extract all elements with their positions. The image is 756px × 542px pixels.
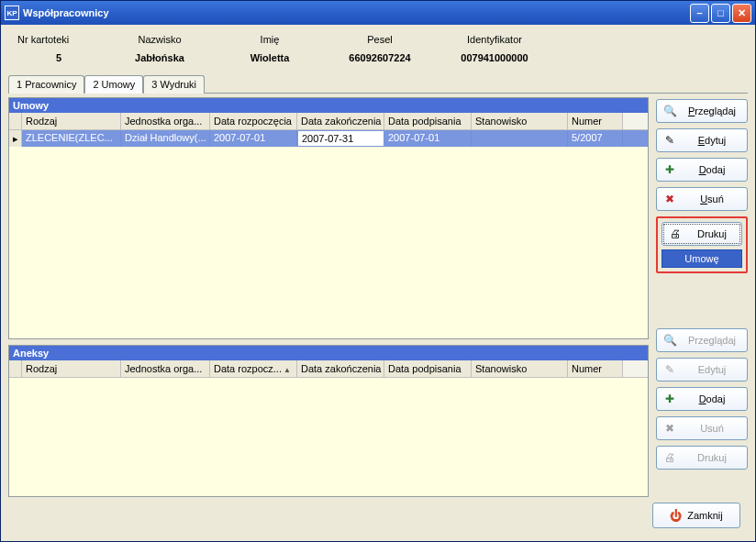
sort-asc-icon: ▲ [284, 366, 291, 374]
tab-umowy[interactable]: 2 Umowy [84, 75, 143, 94]
col-rodzaj[interactable]: Rodzaj [22, 360, 121, 377]
aneksy-przegladaj-button[interactable]: 🔍 Przeglądaj [656, 328, 748, 352]
usun-button[interactable]: ✖ Usuń [656, 187, 748, 211]
aneksy-grid: Aneksy Rodzaj Jednostka orga... Data roz… [8, 345, 649, 497]
cell-jednostka: Dział Handlowy(... [121, 130, 210, 147]
aneksy-title: Aneksy [9, 346, 648, 360]
col-data-podpisania[interactable]: Data podpisania [384, 360, 472, 377]
row-indicator-header [9, 360, 22, 377]
record-header: Nr kartoteki 5 Nazwisko Jabłońska Imię W… [8, 30, 748, 72]
power-icon: ⏻ [670, 509, 682, 523]
edit-icon: ✎ [662, 133, 677, 148]
label-pesel: Pesel [329, 34, 430, 45]
cell-stanowisko [472, 130, 568, 147]
zamknij-button[interactable]: ⏻ Zamknij [652, 503, 740, 528]
col-data-zakonczenia[interactable]: Data zakończenia [297, 113, 384, 129]
delete-icon: ✖ [662, 192, 677, 206]
drukuj-umowe-button[interactable]: Umowę [662, 249, 742, 268]
umowy-buttons: 🔍 Przeglądaj ✎ Edytuj ✚ Dodaj ✖ Usuń [656, 97, 748, 497]
col-stanowisko[interactable]: Stanowisko [472, 113, 568, 129]
label-nazwisko: Nazwisko [109, 34, 210, 45]
aneksy-header-row: Rodzaj Jednostka orga... Data rozpocz...… [9, 360, 648, 378]
print-icon: 🖨 [668, 227, 683, 241]
col-data-podpisania[interactable]: Data podpisania [384, 113, 472, 129]
close-window-button[interactable]: ✕ [732, 4, 751, 23]
col-jednostka[interactable]: Jednostka orga... [121, 113, 210, 129]
label-imie: Imię [219, 34, 320, 45]
umowy-header-row: Rodzaj Jednostka orga... Data rozpoczęci… [9, 113, 648, 130]
value-identyfikator: 007941000000 [439, 52, 550, 63]
aneksy-body[interactable] [9, 378, 648, 496]
footer: ⏻ Zamknij [8, 497, 748, 536]
umowy-title: Umowy [9, 98, 648, 113]
main-window: KP Współpracownicy – □ ✕ Nr kartoteki 5 … [0, 0, 756, 542]
tab-wydruki[interactable]: 3 Wydruki [143, 75, 205, 94]
add-icon: ✚ [662, 392, 677, 406]
main-area: Umowy Rodzaj Jednostka orga... Data rozp… [8, 94, 748, 497]
drukuj-button[interactable]: 🖨 Drukuj [662, 222, 742, 246]
row-indicator-icon: ▸ [9, 130, 22, 147]
value-nazwisko: Jabłońska [109, 52, 210, 63]
titlebar: KP Współpracownicy – □ ✕ [1, 1, 755, 25]
table-row[interactable]: ▸ ZLECENIE(ZLEC... Dział Handlowy(... 20… [9, 130, 648, 147]
cell-rodzaj: ZLECENIE(ZLEC... [22, 130, 121, 147]
umowy-grid: Umowy Rodzaj Jednostka orga... Data rozp… [8, 97, 649, 339]
edytuj-button[interactable]: ✎ Edytuj [656, 128, 748, 152]
edit-icon: ✎ [662, 362, 677, 377]
spacer [656, 279, 748, 323]
window-controls: – □ ✕ [690, 4, 751, 23]
value-pesel: 66092607224 [329, 52, 430, 63]
przegladaj-button[interactable]: 🔍 Przeglądaj [656, 99, 748, 123]
view-icon: 🔍 [662, 333, 677, 348]
col-data-rozpoczecia[interactable]: Data rozpocz...▲ [210, 360, 297, 377]
content-area: Nr kartoteki 5 Nazwisko Jabłońska Imię W… [1, 25, 755, 541]
label-nr-kartoteki: Nr kartoteki [17, 34, 100, 45]
cell-data-rozpoczecia: 2007-07-01 [210, 130, 297, 147]
value-nr-kartoteki: 5 [17, 52, 100, 63]
aneksy-edytuj-button[interactable]: ✎ Edytuj [656, 358, 748, 382]
aneksy-dodaj-button[interactable]: ✚ Dodaj [656, 387, 748, 411]
cell-data-podpisania: 2007-07-01 [384, 130, 472, 147]
aneksy-usun-button[interactable]: ✖ Usuń [656, 416, 748, 440]
label-identyfikator: Identyfikator [439, 34, 550, 45]
view-icon: 🔍 [662, 104, 677, 118]
dodaj-button[interactable]: ✚ Dodaj [656, 158, 748, 182]
grids-column: Umowy Rodzaj Jednostka orga... Data rozp… [8, 97, 649, 497]
add-icon: ✚ [662, 162, 677, 177]
cell-numer: 5/2007 [568, 130, 623, 147]
col-stanowisko[interactable]: Stanowisko [472, 360, 568, 377]
col-numer[interactable]: Numer [568, 360, 623, 377]
cell-data-zakonczenia[interactable]: 2007-07-31 [297, 130, 384, 147]
window-title: Współpracownicy [23, 7, 690, 18]
row-indicator-header [9, 113, 22, 129]
col-jednostka[interactable]: Jednostka orga... [121, 360, 210, 377]
maximize-button[interactable]: □ [711, 4, 730, 23]
print-icon: 🖨 [662, 450, 677, 465]
aneksy-drukuj-button[interactable]: 🖨 Drukuj [656, 446, 748, 470]
col-data-rozpoczecia[interactable]: Data rozpoczęcia [210, 113, 297, 129]
col-rodzaj[interactable]: Rodzaj [22, 113, 121, 129]
delete-icon: ✖ [662, 421, 677, 436]
print-group: 🖨 Drukuj Umowę [656, 216, 748, 273]
col-numer[interactable]: Numer [568, 113, 623, 129]
app-icon: KP [5, 6, 19, 20]
umowy-body[interactable]: ▸ ZLECENIE(ZLEC... Dział Handlowy(... 20… [9, 130, 648, 338]
tab-pracownicy[interactable]: 1 Pracownicy [8, 75, 84, 94]
value-imie: Wioletta [219, 52, 320, 63]
tabs: 1 Pracownicy 2 Umowy 3 Wydruki [8, 74, 748, 94]
col-data-zakonczenia[interactable]: Data zakończenia [297, 360, 384, 377]
minimize-button[interactable]: – [690, 4, 709, 23]
